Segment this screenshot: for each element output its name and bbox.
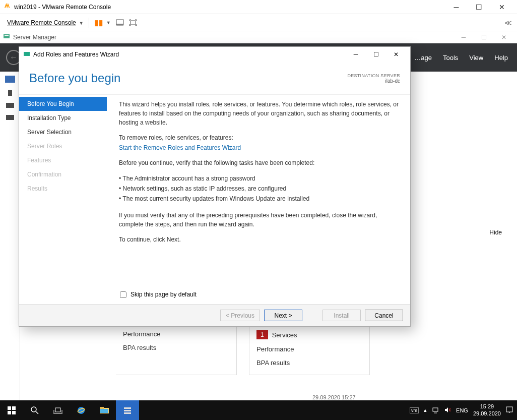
server-manager-titlebar: Server Manager ─ ☐ ✕ xyxy=(0,31,517,43)
server-manager-task-button[interactable] xyxy=(116,400,139,420)
verify-note: If you must verify that any of the prece… xyxy=(119,211,401,229)
nav-view[interactable]: View xyxy=(469,54,483,62)
vmware-window-title: win2019 - VMware Remote Console xyxy=(14,4,111,11)
nav-tools[interactable]: Tools xyxy=(443,54,458,62)
tile2-bpa[interactable]: BPA results xyxy=(256,356,362,370)
vmware-minimize-button[interactable]: ─ xyxy=(445,0,468,14)
svg-rect-7 xyxy=(12,406,16,410)
tray-language[interactable]: ENG xyxy=(456,407,468,413)
vmware-logo-icon xyxy=(4,3,14,11)
svg-rect-23 xyxy=(124,412,131,414)
tray-network-icon[interactable] xyxy=(432,406,439,414)
collapse-icon[interactable]: ≪ xyxy=(504,19,512,27)
svg-rect-20 xyxy=(100,409,108,413)
wizard-window-title: Add Roles and Features Wizard xyxy=(33,51,119,58)
explorer-button[interactable] xyxy=(93,400,116,420)
nav-local-icon[interactable] xyxy=(8,90,12,96)
system-tray: vm ▴ ENG 15:29 29.09.2020 xyxy=(410,403,517,416)
wizard-content: This wizard helps you install roles, rol… xyxy=(107,95,410,288)
search-button[interactable] xyxy=(23,400,46,420)
tray-notifications-icon[interactable] xyxy=(506,406,513,414)
prereq-password: The Administrator account has a strong p… xyxy=(119,173,401,184)
prereq-updates: The most current security updates from W… xyxy=(119,194,401,204)
wizard-titlebar: Add Roles and Features Wizard ─ ☐ ✕ xyxy=(19,47,410,62)
prereq-network: Network settings, such as static IP addr… xyxy=(119,184,401,194)
alert-badge: 1 xyxy=(256,330,268,339)
vmware-toolbar: VMware Remote Console▼ ▮▮ ▼ ≪ xyxy=(0,14,517,31)
svg-rect-19 xyxy=(100,407,104,409)
wizard-footer: < Previous Next > Install Cancel xyxy=(19,304,410,326)
server-manager-title: Server Manager xyxy=(13,34,56,41)
nav-all-icon[interactable] xyxy=(6,103,14,108)
skip-page-label[interactable]: Skip this page by default xyxy=(131,291,197,298)
svg-rect-28 xyxy=(506,407,512,412)
destination-server-name: ilab-dc xyxy=(347,78,400,84)
remove-roles-link[interactable]: Start the Remove Roles and Features Wiza… xyxy=(119,144,241,151)
prerequisite-list: The Administrator account has a strong p… xyxy=(119,173,401,204)
intro-text: This wizard helps you install roles, rol… xyxy=(119,100,401,127)
destination-server-block: DESTINATION SERVER ilab-dc xyxy=(347,73,400,84)
tile2-services[interactable]: 1 Services xyxy=(256,327,362,342)
nav-before-you-begin[interactable]: Before You Begin xyxy=(19,97,107,111)
add-roles-wizard: Add Roles and Features Wizard ─ ☐ ✕ Befo… xyxy=(19,46,411,327)
vmware-titlebar: win2019 - VMware Remote Console ─ ☐ ✕ xyxy=(0,0,517,14)
tray-clock[interactable]: 15:29 29.09.2020 xyxy=(473,403,501,416)
skip-page-checkbox[interactable] xyxy=(120,291,126,298)
wizard-page-title: Before you begin xyxy=(29,71,120,85)
skip-page-row: Skip this page by default xyxy=(19,288,410,304)
fullscreen-icon[interactable] xyxy=(129,19,137,27)
svg-rect-9 xyxy=(12,411,16,414)
nav-features: Features xyxy=(19,153,107,167)
wizard-close-button[interactable]: ✕ xyxy=(386,47,406,62)
windows-taskbar: vm ▴ ENG 15:29 29.09.2020 xyxy=(0,400,517,420)
svg-rect-22 xyxy=(124,410,131,411)
cancel-button[interactable]: Cancel xyxy=(365,310,403,321)
vmware-menu-dropdown[interactable]: VMware Remote Console▼ xyxy=(5,19,84,26)
svg-rect-8 xyxy=(8,411,11,414)
task-view-button[interactable] xyxy=(46,400,70,420)
ie-button[interactable] xyxy=(70,400,93,420)
nav-manage[interactable]: …age xyxy=(414,54,432,62)
nav-server-selection[interactable]: Server Selection xyxy=(19,125,107,139)
sm-minimize-button[interactable]: ─ xyxy=(454,32,474,43)
wizard-header: Before you begin DESTINATION SERVER ilab… xyxy=(19,62,410,94)
wizard-nav: Before You Begin Installation Type Serve… xyxy=(19,95,107,288)
hide-link[interactable]: Hide xyxy=(489,229,502,236)
wizard-maximize-button[interactable]: ☐ xyxy=(366,47,386,62)
tile1-performance[interactable]: Performance xyxy=(123,327,229,341)
install-button: Install xyxy=(322,310,361,321)
power-dropdown-icon[interactable]: ▼ xyxy=(106,20,111,25)
tray-time: 15:29 xyxy=(473,403,501,410)
svg-rect-0 xyxy=(116,20,123,24)
svg-rect-3 xyxy=(4,34,10,38)
start-button[interactable] xyxy=(0,400,23,420)
sm-left-nav xyxy=(0,72,20,400)
nav-dashboard-icon[interactable] xyxy=(5,76,15,83)
tile2-performance[interactable]: Performance xyxy=(256,342,362,356)
wizard-minimize-button[interactable]: ─ xyxy=(346,47,366,62)
vmware-maximize-button[interactable]: ☐ xyxy=(468,0,490,14)
nav-installation-type[interactable]: Installation Type xyxy=(19,111,107,125)
sm-close-button[interactable]: ✕ xyxy=(494,32,514,43)
svg-point-10 xyxy=(31,407,36,412)
tray-up-icon[interactable]: ▴ xyxy=(424,407,427,413)
tile1-bpa[interactable]: BPA results xyxy=(123,341,229,354)
tray-date: 29.09.2020 xyxy=(473,410,501,417)
send-keys-icon[interactable] xyxy=(116,19,124,27)
nav-server-roles: Server Roles xyxy=(19,139,107,153)
svg-line-11 xyxy=(36,411,38,414)
refresh-timestamp: 29.09.2020 15:27 xyxy=(312,394,356,400)
vmware-close-button[interactable]: ✕ xyxy=(490,0,513,14)
next-button[interactable]: Next > xyxy=(264,310,302,321)
svg-rect-24 xyxy=(433,408,438,411)
svg-rect-6 xyxy=(8,406,11,410)
svg-rect-4 xyxy=(5,35,9,36)
tray-vm-icon[interactable]: vm xyxy=(410,407,419,413)
tray-volume-icon[interactable] xyxy=(444,406,451,414)
sm-maximize-button[interactable]: ☐ xyxy=(474,32,494,43)
nav-file-icon[interactable] xyxy=(6,115,14,120)
nav-help[interactable]: Help xyxy=(494,54,508,62)
pause-icon[interactable]: ▮▮ xyxy=(94,18,103,27)
svg-rect-12 xyxy=(55,408,60,412)
wizard-icon xyxy=(23,50,33,59)
